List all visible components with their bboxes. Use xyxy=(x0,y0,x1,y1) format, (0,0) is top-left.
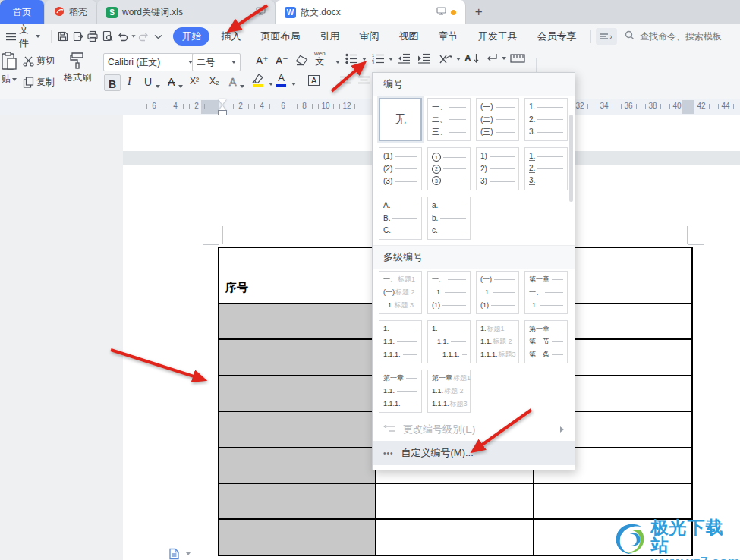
document-area[interactable]: 序号 极光下载站 www.xz7.com xyxy=(0,115,740,560)
font-name-select[interactable]: Calibri (正文) xyxy=(103,53,197,71)
numbering-option-3[interactable]: 1.2.3. xyxy=(524,98,568,141)
strikethrough-button[interactable]: A xyxy=(168,76,183,88)
highlight-button[interactable] xyxy=(252,74,264,87)
multilevel-option-4[interactable]: 1.1.1.1.1.1. xyxy=(379,320,422,363)
tab-sheet[interactable]: Sword关键词.xls xyxy=(97,0,276,24)
first-line-indent-marker[interactable] xyxy=(219,99,226,105)
text-effects-button[interactable]: A xyxy=(229,76,244,88)
increase-indent-button[interactable] xyxy=(417,53,430,64)
bullet-list-button[interactable] xyxy=(345,53,367,64)
new-tab-button[interactable]: + xyxy=(466,0,492,24)
menu-tab-开始[interactable]: 开始 xyxy=(173,27,209,46)
menu-tab-视图[interactable]: 视图 xyxy=(390,27,427,46)
search-input[interactable] xyxy=(638,30,740,42)
undo-dropdown[interactable] xyxy=(132,35,136,37)
table-cell[interactable] xyxy=(219,411,376,447)
multilevel-option-3[interactable]: 第一章一、1. xyxy=(524,271,568,314)
menu-tab-引用[interactable]: 引用 xyxy=(311,27,348,46)
char-shading-button[interactable]: A xyxy=(308,75,320,86)
table-cell[interactable] xyxy=(534,483,692,519)
cut-button[interactable]: 剪切 xyxy=(23,55,55,68)
print-preview-button[interactable] xyxy=(100,28,115,45)
redo-button[interactable] xyxy=(136,28,151,45)
numbering-option-8[interactable]: A.B.C. xyxy=(379,197,422,240)
menu-tab-页面布局[interactable]: 页面布局 xyxy=(252,27,308,46)
multilevel-option-6[interactable]: 1.标题11.1.标题 21.1.1.标题3 xyxy=(476,320,519,363)
numbering-option-9[interactable]: a.b.c. xyxy=(427,197,471,240)
subscript-button[interactable]: X₂ xyxy=(209,76,219,87)
shrink-font-button[interactable]: A⁻ xyxy=(276,55,288,67)
menu-tab-开发工具[interactable]: 开发工具 xyxy=(469,27,525,46)
toolbar-overflow-button[interactable]: › xyxy=(596,28,617,45)
hanging-indent-marker[interactable] xyxy=(219,105,226,111)
multilevel-option-0[interactable]: 一、标题1(一)标题 21.标题 3 xyxy=(379,271,422,314)
text-direction-button[interactable] xyxy=(486,53,506,63)
multilevel-option-9[interactable]: 第一章标题11.1.标题 21.1.1.标题3 xyxy=(427,370,471,413)
table-header-cell[interactable]: 序号 xyxy=(219,247,376,304)
left-indent-marker[interactable] xyxy=(219,111,226,115)
print-button[interactable] xyxy=(86,28,101,45)
collapse-toolbar-button[interactable] xyxy=(151,28,166,45)
superscript-button[interactable]: X² xyxy=(190,76,199,87)
menu-tab-插入[interactable]: 插入 xyxy=(213,27,249,46)
tab-home[interactable]: 首页 xyxy=(0,0,45,24)
numbering-option-1[interactable]: 一、二、三、 xyxy=(427,98,471,141)
command-search[interactable] xyxy=(625,30,740,42)
table-cell[interactable] xyxy=(219,304,376,339)
table-cell[interactable] xyxy=(219,448,376,483)
align-left-button[interactable] xyxy=(340,76,351,86)
multilevel-option-7[interactable]: 第一章第一节第一条 xyxy=(524,320,568,363)
align-center-button[interactable] xyxy=(358,76,370,86)
multilevel-option-1[interactable]: 一、1.(1) xyxy=(427,271,471,314)
bold-button[interactable]: B xyxy=(104,74,121,91)
sort-button[interactable]: A xyxy=(464,53,479,64)
paste-button[interactable]: 贴 xyxy=(0,52,18,86)
number-list-button[interactable]: 123 xyxy=(372,53,393,64)
custom-numbering-item[interactable]: •••自定义编号(M)... xyxy=(373,441,575,465)
font-color-dropdown[interactable] xyxy=(291,83,296,86)
numbering-option-0[interactable]: 无 xyxy=(379,98,422,141)
table-cell[interactable] xyxy=(376,519,534,555)
font-size-select[interactable]: 二号 xyxy=(192,53,241,71)
tab-writer[interactable]: W散文.docx xyxy=(276,0,466,24)
underline-button[interactable]: U xyxy=(144,76,160,88)
numbering-option-7[interactable]: 1.2.3. xyxy=(524,147,568,190)
file-menu[interactable]: 文件 xyxy=(0,23,46,50)
menu-tab-章节[interactable]: 章节 xyxy=(430,27,466,46)
tab-docer[interactable]: 稻壳 xyxy=(45,0,97,24)
font-color-button[interactable]: A xyxy=(276,73,286,87)
export-button[interactable] xyxy=(71,28,86,45)
numbering-preview-line: 1. xyxy=(529,153,563,161)
italic-button[interactable]: I xyxy=(128,76,131,88)
pinyin-dropdown[interactable] xyxy=(335,61,340,64)
format-painter-button[interactable]: 格式刷 xyxy=(64,52,91,84)
multilevel-option-5[interactable]: 1.1.1.1.1.1. xyxy=(427,320,471,363)
asian-layout-button[interactable] xyxy=(439,53,461,64)
menu-tab-审阅[interactable]: 审阅 xyxy=(351,27,387,46)
table-cell[interactable] xyxy=(219,519,376,555)
table-cell[interactable] xyxy=(219,376,376,411)
divider xyxy=(590,30,591,43)
clear-format-button[interactable] xyxy=(296,55,308,66)
char-scale-button[interactable] xyxy=(510,53,525,64)
numbering-option-2[interactable]: (一)(二)(三) xyxy=(476,98,519,141)
horizontal-ruler[interactable]: 6422468101232343638404244 xyxy=(0,99,740,116)
multilevel-option-2[interactable]: (一)1.(1) xyxy=(476,271,519,314)
table-cell[interactable] xyxy=(219,339,376,375)
numbering-option-5[interactable]: 123 xyxy=(427,147,471,190)
decrease-indent-button[interactable] xyxy=(398,53,411,64)
page-settings-float-button[interactable] xyxy=(168,548,191,560)
save-button[interactable] xyxy=(56,28,71,45)
numbering-option-4[interactable]: (1)(2)(3) xyxy=(379,147,422,190)
menu-tab-会员专享[interactable]: 会员专享 xyxy=(528,27,584,46)
numbering-option-6[interactable]: 1)2)3) xyxy=(476,147,519,190)
table-cell[interactable] xyxy=(219,483,376,519)
multilevel-option-8[interactable]: 第一章1.1.1.1.1. xyxy=(379,370,422,413)
grow-font-button[interactable]: A⁺ xyxy=(256,55,269,67)
highlight-dropdown[interactable] xyxy=(269,83,273,86)
undo-button[interactable] xyxy=(115,28,131,45)
dropdown-scrollbar[interactable] xyxy=(569,115,573,202)
pinyin-guide-button[interactable]: wén 文 xyxy=(314,51,326,66)
table-cell[interactable] xyxy=(376,483,534,519)
copy-button[interactable]: 复制 xyxy=(23,76,55,89)
